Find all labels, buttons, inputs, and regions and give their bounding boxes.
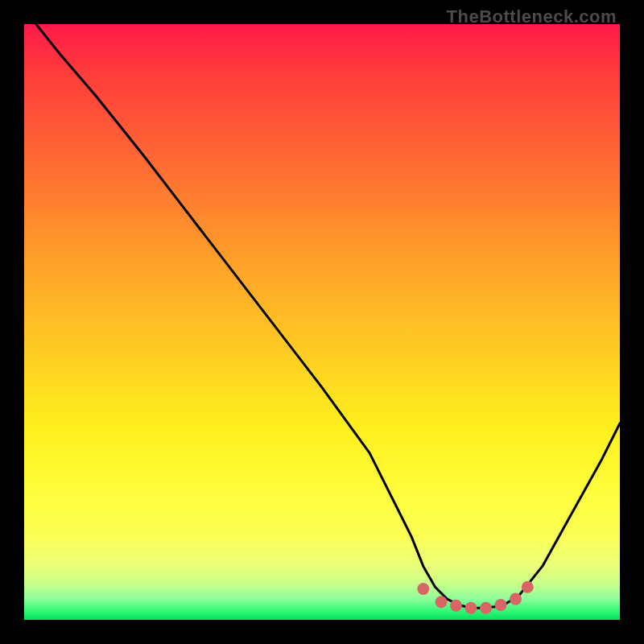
data-point bbox=[495, 599, 507, 611]
plot-area bbox=[24, 24, 620, 620]
data-point bbox=[510, 593, 522, 605]
data-point bbox=[522, 581, 534, 593]
data-point bbox=[417, 583, 429, 595]
curve-line bbox=[36, 24, 620, 608]
data-point bbox=[450, 600, 462, 612]
chart-container: TheBottleneck.com bbox=[0, 0, 644, 644]
data-point bbox=[436, 596, 448, 608]
chart-svg bbox=[24, 24, 620, 620]
bottleneck-curve-path bbox=[36, 24, 620, 608]
data-point bbox=[480, 602, 492, 614]
data-point bbox=[465, 602, 477, 614]
